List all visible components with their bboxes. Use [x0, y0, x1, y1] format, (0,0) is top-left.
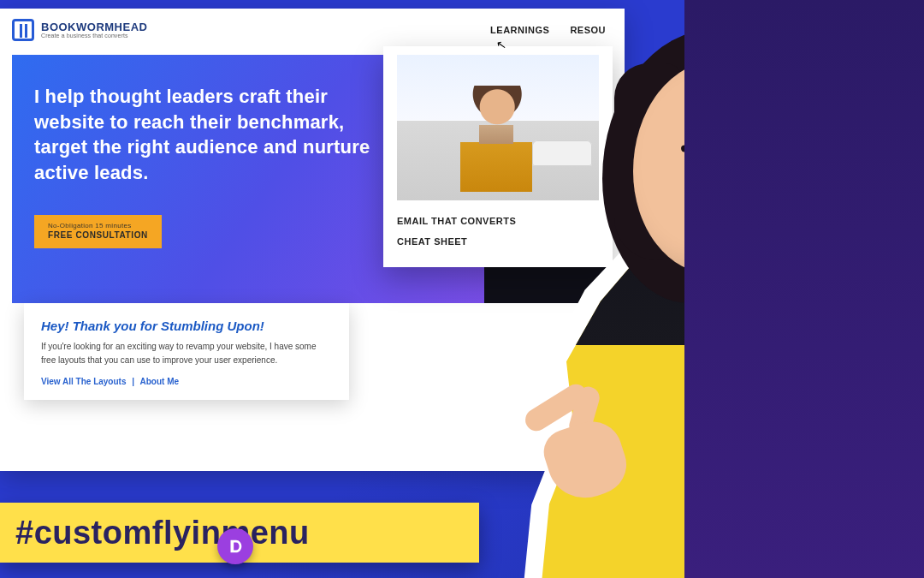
link-separator: | [132, 377, 134, 386]
cta-free-consultation[interactable]: No-Obligation 15 minutes FREE CONSULTATI… [34, 215, 162, 249]
flyin-item-cheat[interactable]: CHEAT SHEET [397, 231, 599, 252]
presenter-hair [602, 29, 842, 303]
flyin-item-email[interactable]: EMAIL THAT CONVERTS [397, 211, 599, 231]
presenter-head [633, 60, 813, 274]
flyin-menu: EMAIL THAT CONVERTS CHEAT SHEET [383, 46, 613, 267]
flyin-photo [397, 55, 599, 200]
presenter-brow [736, 142, 766, 152]
presenter-lips [707, 214, 755, 235]
thumbnail-frame: BOOKWORMHEAD Create a business that conv… [0, 0, 924, 578]
site-header: BOOKWORMHEAD Create a business that conv… [0, 9, 625, 50]
hashtag-text: #customflyinmenu [15, 515, 310, 551]
presenter-eye [688, 159, 705, 168]
logo-icon [12, 19, 34, 41]
cta-line2: FREE CONSULTATION [48, 230, 148, 241]
callout-links: View All The Layouts | About Me [41, 377, 332, 386]
shirt-word-you: You [699, 474, 806, 545]
presenter-brow [681, 142, 711, 152]
callout-card: Hey! Thank you for Stumbling Upon! If yo… [24, 303, 349, 400]
cursor-icon: ↖ [495, 37, 508, 52]
nav-learnings[interactable]: LEARNINGS [490, 25, 549, 35]
brand[interactable]: BOOKWORMHEAD Create a business that conv… [12, 19, 147, 41]
link-view-layouts[interactable]: View All The Layouts [41, 377, 126, 386]
nav-resources[interactable]: RESOU [570, 25, 606, 35]
shirt-word-tube: Tu [814, 483, 891, 549]
top-nav: LEARNINGS RESOU [490, 25, 606, 35]
shirt-text: You Tu [699, 474, 890, 549]
website-screenshot: BOOKWORMHEAD Create a business that conv… [0, 9, 625, 471]
presenter-neck [684, 257, 753, 308]
hashtag-ribbon: #customflyinmenu [0, 503, 479, 563]
callout-body: If you're looking for an exciting way to… [41, 340, 332, 366]
link-about-me[interactable]: About Me [139, 377, 179, 386]
divi-badge-icon [217, 528, 253, 564]
cta-line1: No-Obligation 15 minutes [48, 222, 148, 230]
brand-tagline: Create a business that converts [41, 33, 147, 39]
hero-headline: I help thought leaders craft their websi… [34, 84, 394, 186]
brand-text: BOOKWORMHEAD Create a business that conv… [41, 21, 147, 39]
presenter-eye [739, 159, 756, 168]
callout-title: Hey! Thank you for Stumbling Upon! [41, 319, 332, 333]
brand-name: BOOKWORMHEAD [41, 21, 147, 33]
